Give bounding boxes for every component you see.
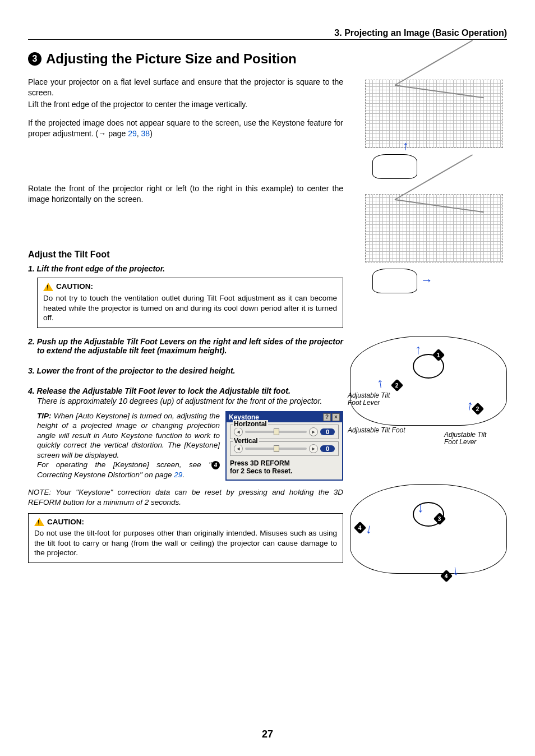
intro-p3b: ) — [150, 129, 153, 138]
keystone-v-label: Vertical — [233, 437, 259, 445]
up-arrow-icon: ↑ — [415, 342, 422, 357]
h-track[interactable] — [245, 431, 307, 433]
diagram-vertical-center: ↑ — [350, 77, 507, 183]
chapter-title: 3. Projecting an Image (Basic Operation) — [28, 28, 507, 38]
caution-label-2: CAUTION: — [47, 517, 84, 527]
page-number: 27 — [0, 729, 535, 740]
keystone-footer-2: for 2 Secs to Reset. — [230, 467, 292, 475]
v-thumb[interactable] — [274, 445, 279, 452]
projector-icon — [350, 336, 507, 426]
projector-icon — [372, 269, 417, 293]
right-arrow-icon: → — [421, 273, 433, 288]
caution-box-2: CAUTION: Do not use the tilt-foot for pu… — [28, 513, 343, 563]
note-text: NOTE: Your "Keystone" correction data ca… — [28, 487, 343, 507]
diagram-horizontal-center: → — [350, 191, 507, 298]
caution-body-2: Do not use the tilt-foot for purposes ot… — [34, 529, 337, 557]
projector-icon — [350, 484, 507, 574]
tip-body2b: Correcting Keystone Distortion" on page — [37, 471, 174, 479]
tip-label: TIP: — [37, 412, 52, 420]
keystone-footer-1: Press 3D REFORM — [230, 459, 290, 467]
tip-ref-badge: 4 — [211, 461, 220, 469]
chapter-header: 3. Projecting an Image (Basic Operation) — [28, 28, 507, 40]
keystone-titlebar-buttons: ? × — [323, 413, 340, 421]
right-column: ↑ → 1 2 2 ↑ ↑ ↑ Adjustable Tilt Foot Lev… — [350, 77, 507, 591]
page-link-38[interactable]: 38 — [141, 129, 150, 138]
tip-text: TIP: When [Auto Keystone] is turned on, … — [28, 411, 220, 480]
h-value: 0 — [320, 428, 335, 435]
caution-label-1: CAUTION: — [56, 282, 93, 292]
close-button[interactable]: × — [332, 413, 340, 421]
callout-lever-1: Adjustable Tilt Foot Lever — [348, 392, 398, 407]
h-increase-button[interactable]: ► — [309, 427, 318, 436]
keystone-v-slider: ◄ ► 0 — [234, 444, 335, 453]
tip-row: TIP: When [Auto Keystone] is turned on, … — [28, 411, 343, 481]
step-2: 2. Push up the Adjustable Tilt Foot Leve… — [28, 337, 343, 355]
down-arrow-icon: ↓ — [417, 500, 424, 515]
intro-p3: If the projected image does not appear s… — [28, 118, 343, 139]
tip-body: When [Auto Keystone] is turned on, adjus… — [37, 412, 220, 459]
page-link-29[interactable]: 29 — [128, 129, 137, 138]
help-button[interactable]: ? — [323, 413, 331, 421]
caution-head-1: CAUTION: — [43, 282, 93, 292]
keystone-h-label: Horizontal — [233, 420, 268, 428]
section-title-row: 3 Adjusting the Picture Size and Positio… — [28, 51, 507, 67]
v-value: 0 — [320, 445, 335, 452]
callout-foot: Adjustable Tilt Foot — [348, 427, 421, 434]
keystone-inner: Horizontal ◄ ► 0 Vertical ◄ — [227, 422, 342, 480]
caution-box-1: CAUTION: Do not try to touch the ventila… — [37, 278, 343, 328]
tip-body2c: . — [182, 471, 185, 479]
warning-icon — [43, 283, 53, 291]
intro-p3a: If the projected image does not appear s… — [28, 118, 343, 138]
tip-body2a: For operating the [Keystone] screen, see… — [37, 460, 211, 469]
intro-comma: , — [137, 129, 141, 138]
warning-icon — [34, 518, 44, 526]
section-title: Adjusting the Picture Size and Position — [46, 51, 297, 67]
keystone-vertical-group: Vertical ◄ ► 0 — [230, 441, 339, 456]
v-decrease-button[interactable]: ◄ — [234, 444, 243, 453]
step-4: 4. Release the Adjustable Tilt Foot leve… — [28, 386, 343, 395]
caution-body-1: Do not try to touch the ventilation outl… — [43, 294, 337, 322]
projector-icon — [372, 154, 417, 179]
callout-lever-2: Adjustable Tilt Foot Lever — [444, 431, 500, 446]
caution-head-2: CAUTION: — [34, 517, 84, 527]
step-4-follow: There is approximately 10 degrees (up) o… — [28, 397, 343, 405]
diagram-tilt-up: 1 2 2 ↑ ↑ ↑ Adjustable Tilt Foot Lever A… — [350, 319, 507, 442]
intro-p2: Lift the front edge of the projector to … — [28, 99, 343, 110]
diagram-tilt-down: 3 4 4 ↓ ↓ ↓ — [350, 467, 507, 591]
keystone-footer: Press 3D REFORM for 2 Secs to Reset. — [230, 459, 339, 476]
h-decrease-button[interactable]: ◄ — [234, 427, 243, 436]
tip-page-link[interactable]: 29 — [174, 471, 182, 479]
step-3: 3. Lower the front of the projector to t… — [28, 366, 343, 375]
keystone-panel: Keystone ? × Horizontal ◄ ► 0 — [225, 411, 343, 481]
intro-p4: Rotate the front of the projector right … — [28, 183, 343, 205]
keystone-h-slider: ◄ ► 0 — [234, 427, 335, 436]
section-number-badge: 3 — [28, 52, 41, 66]
step-1: 1. Lift the front edge of the projector. — [28, 264, 343, 273]
up-arrow-icon: ↑ — [403, 139, 409, 153]
intro-left: Place your projector on a flat level sur… — [28, 77, 343, 591]
subhead-tiltfoot: Adjust the Tilt Foot — [28, 250, 343, 260]
h-thumb[interactable] — [274, 428, 279, 435]
intro-p1: Place your projector on a flat level sur… — [28, 77, 343, 98]
intro-columns: Place your projector on a flat level sur… — [28, 77, 507, 591]
v-track[interactable] — [245, 448, 307, 450]
v-increase-button[interactable]: ► — [309, 444, 318, 453]
